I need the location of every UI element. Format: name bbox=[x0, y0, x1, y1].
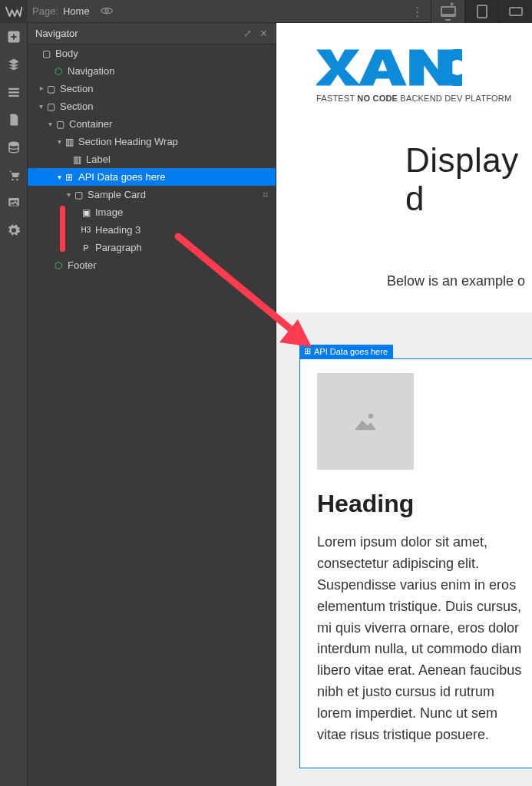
page-subtext: Below is an example o bbox=[387, 273, 532, 289]
tree-sample-card[interactable]: ▾▢Sample Card ⌗ bbox=[28, 186, 276, 203]
tree-label[interactable]: ▥Label bbox=[28, 150, 276, 168]
device-mobile-landscape-button[interactable] bbox=[498, 0, 532, 23]
device-tablet-button[interactable] bbox=[464, 0, 498, 23]
card-heading[interactable]: Heading bbox=[317, 490, 522, 518]
navigator-panel: Navigator ⤢ ✕ ▢Body ⬡Navigation ▾▢Sectio… bbox=[28, 23, 276, 786]
tree-navigation[interactable]: ⬡Navigation bbox=[28, 62, 276, 80]
section-background: ⊞ API Data goes here Heading Lorem ipsum… bbox=[276, 312, 532, 786]
svg-rect-4 bbox=[8, 95, 19, 97]
svg-rect-2 bbox=[8, 88, 19, 90]
page-name[interactable]: Home bbox=[63, 5, 90, 17]
left-tool-rail bbox=[0, 23, 28, 786]
more-icon[interactable]: ⋮ bbox=[403, 0, 431, 22]
grid-child-icon: ⌗ bbox=[263, 189, 268, 201]
collapse-icon[interactable]: ⤢ bbox=[243, 28, 252, 39]
tree-section-2[interactable]: ▾▢Section bbox=[28, 97, 276, 115]
cms-icon[interactable] bbox=[0, 134, 28, 161]
svg-point-11 bbox=[368, 414, 373, 418]
tree-body[interactable]: ▢Body bbox=[28, 45, 276, 62]
tree-api-data[interactable]: ▾⊞API Data goes here bbox=[28, 168, 276, 186]
svg-point-7 bbox=[16, 179, 18, 181]
panel-title: Navigator bbox=[35, 28, 78, 39]
selection-tag[interactable]: ⊞ API Data goes here bbox=[299, 345, 393, 358]
annotation-red-bar bbox=[60, 206, 65, 252]
top-bar: Page: Home ⋮ ★ bbox=[0, 0, 532, 23]
design-canvas: FASTEST NO CODE BACKEND DEV PLATFORM Dis… bbox=[276, 23, 532, 786]
pages-icon[interactable] bbox=[0, 106, 28, 134]
svg-point-6 bbox=[12, 179, 14, 181]
page-heading: Display d bbox=[405, 141, 532, 218]
settings-icon[interactable] bbox=[0, 216, 28, 244]
add-element-icon[interactable] bbox=[0, 23, 28, 51]
tree-container[interactable]: ▾▢Container bbox=[28, 115, 276, 133]
symbols-icon[interactable] bbox=[0, 51, 28, 78]
navigator-icon[interactable] bbox=[0, 78, 28, 106]
tree-footer[interactable]: ⬡Footer bbox=[28, 256, 276, 274]
image-placeholder[interactable] bbox=[317, 373, 414, 470]
page-label: Page: bbox=[32, 5, 58, 17]
svg-point-5 bbox=[9, 142, 18, 146]
grid-icon: ⊞ bbox=[304, 346, 311, 356]
device-desktop-button[interactable]: ★ bbox=[431, 0, 464, 23]
svg-rect-3 bbox=[8, 91, 19, 93]
ecommerce-icon[interactable] bbox=[0, 161, 28, 189]
webflow-logo[interactable] bbox=[0, 0, 28, 23]
close-icon[interactable]: ✕ bbox=[259, 28, 268, 39]
svg-point-0 bbox=[105, 9, 108, 12]
xano-logo bbox=[316, 49, 462, 86]
brand-tagline: FASTEST NO CODE BACKEND DEV PLATFORM bbox=[316, 94, 517, 103]
assets-icon[interactable] bbox=[0, 189, 28, 216]
brand-block: FASTEST NO CODE BACKEND DEV PLATFORM bbox=[276, 23, 532, 103]
preview-icon[interactable] bbox=[101, 5, 113, 18]
selected-element-outline[interactable]: ⊞ API Data goes here Heading Lorem ipsum… bbox=[299, 358, 532, 768]
tree-section-1[interactable]: ▾▢Section bbox=[28, 80, 276, 97]
card-paragraph[interactable]: Lorem ipsum dolor sit amet, consectetur … bbox=[317, 532, 522, 746]
tree-section-heading-wrap[interactable]: ▾▥Section Heading Wrap bbox=[28, 133, 276, 150]
